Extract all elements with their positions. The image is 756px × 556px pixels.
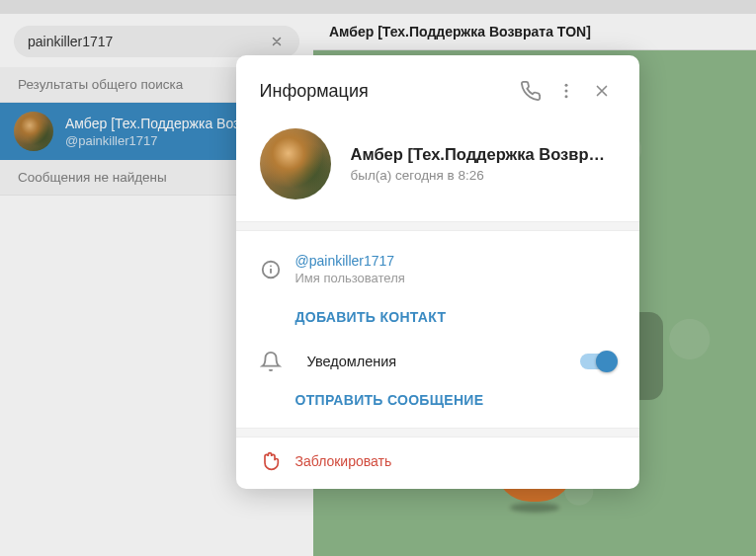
notifications-toggle[interactable] xyxy=(580,354,616,369)
modal-title: Информация xyxy=(260,81,513,102)
block-user-button[interactable]: Заблокировать xyxy=(236,437,639,489)
divider xyxy=(236,428,639,437)
modal-overlay[interactable]: Информация Амбер [Тех.Поддержка Возвра..… xyxy=(0,0,756,556)
username-label: Имя пользователя xyxy=(295,271,616,285)
profile-avatar[interactable] xyxy=(260,128,331,199)
add-contact-button[interactable]: ДОБАВИТЬ КОНТАКТ xyxy=(260,293,616,339)
hand-stop-icon xyxy=(260,451,295,471)
profile-name: Амбер [Тех.Поддержка Возвра... xyxy=(351,145,608,164)
info-icon xyxy=(260,259,295,280)
more-icon[interactable] xyxy=(548,73,584,109)
user-info-modal: Информация Амбер [Тех.Поддержка Возвра..… xyxy=(236,55,639,489)
send-message-button[interactable]: ОТПРАВИТЬ СООБЩЕНИЕ xyxy=(260,376,616,422)
username-link[interactable]: @painkiller1717 xyxy=(295,253,616,269)
svg-point-5 xyxy=(270,265,272,267)
bell-icon xyxy=(260,351,295,372)
block-label: Заблокировать xyxy=(295,453,392,469)
svg-point-1 xyxy=(564,90,567,93)
svg-point-0 xyxy=(564,84,567,87)
svg-point-2 xyxy=(564,95,567,98)
close-icon[interactable] xyxy=(584,73,620,109)
notifications-label: Уведомления xyxy=(307,354,580,369)
profile-status: был(а) сегодня в 8:26 xyxy=(351,168,608,183)
call-icon[interactable] xyxy=(513,73,548,109)
divider xyxy=(236,221,639,231)
